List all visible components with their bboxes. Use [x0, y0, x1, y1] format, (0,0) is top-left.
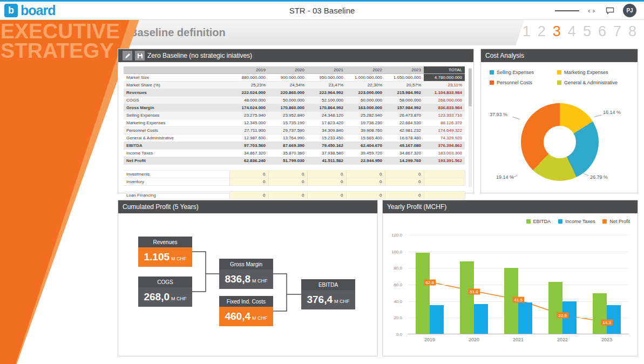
- value-cell[interactable]: 0: [268, 170, 307, 178]
- value-cell[interactable]: 0: [268, 191, 307, 199]
- row-label: Net Profit: [124, 157, 229, 164]
- flow-node-label: COGS: [138, 277, 192, 287]
- value-cell: 51.799.030: [268, 157, 307, 164]
- page-number-4[interactable]: 4: [568, 23, 576, 40]
- row-label: Personnel Costs: [124, 126, 229, 134]
- row-label: Selling Expenses: [124, 111, 229, 119]
- cost-analysis-header: Cost Analysis: [481, 49, 638, 62]
- value-cell[interactable]: 0: [346, 191, 385, 199]
- page-number-5[interactable]: 5: [583, 23, 591, 40]
- ebitda-bar[interactable]: [593, 293, 607, 334]
- y-axis: 0.020.040.060.080.0100.0120.0: [383, 235, 404, 334]
- legend-item-income-taxes: Income Taxes: [558, 219, 595, 224]
- value-cell: 34.867.320: [229, 149, 268, 157]
- value-cell: 24.348.120: [307, 111, 346, 119]
- total-column-header: TOTAL: [424, 66, 465, 73]
- x-axis-label: 2023: [585, 337, 629, 342]
- table-row-net-profit: Net Profit62.836.24051.799.03041.511.582…: [124, 157, 465, 164]
- value-cell: 39.459.720: [346, 149, 385, 157]
- income-taxes-bar[interactable]: [518, 302, 532, 334]
- legend-label: Net Profit: [609, 219, 630, 224]
- value-cell[interactable]: 0: [385, 170, 424, 178]
- value-cell: 48.000.000: [229, 96, 268, 104]
- legend-label: Personnel Costs: [497, 80, 532, 85]
- year-column-header: 2020: [268, 66, 307, 73]
- board-logo-icon: b: [4, 4, 18, 17]
- value-cell[interactable]: 0: [307, 170, 346, 178]
- page-title: Baseline definition: [130, 26, 226, 39]
- value-cell: 15.233.450: [307, 134, 346, 141]
- net-profit-point-label: 14.3: [601, 320, 613, 326]
- scrollbar-thumb[interactable]: [469, 69, 472, 106]
- menu-icon[interactable]: [555, 9, 579, 12]
- value-cell[interactable]: 0: [346, 170, 385, 178]
- income-taxes-bar[interactable]: [474, 304, 488, 334]
- baseline-table: 20192020202120222023TOTALMarket Size880.…: [124, 66, 465, 199]
- ebitda-bar[interactable]: [548, 282, 562, 334]
- legend-label: EBITDA: [533, 219, 551, 224]
- comment-icon[interactable]: [606, 7, 614, 15]
- value-cell: 37.938.580: [307, 149, 346, 157]
- page-number-1[interactable]: 1: [523, 23, 531, 40]
- legend-swatch: [557, 80, 561, 85]
- page-number-6[interactable]: 6: [598, 23, 606, 40]
- table-row-revenues: Revenues222.024.000220.860.000222.964.99…: [124, 89, 465, 96]
- history-nav-icons[interactable]: ‹›: [588, 6, 597, 15]
- total-cell: 174.649.322: [424, 126, 465, 134]
- value-cell: 62.836.240: [229, 157, 268, 164]
- value-cell: 163.000.000: [346, 104, 385, 111]
- page-number-3[interactable]: 3: [553, 23, 561, 40]
- yearly-profit-header: Yearly Profit (MCHF): [383, 200, 638, 213]
- table-scrollbar[interactable]: [469, 68, 472, 187]
- ebitda-bar[interactable]: [460, 261, 474, 334]
- value-cell: 15.735.190: [268, 119, 307, 126]
- table-row-income-taxes: Income Taxes34.867.32035.870.36037.938.5…: [124, 149, 465, 157]
- donut-callout: 37.93 %: [490, 112, 507, 117]
- value-cell: 1.000.000.000: [346, 73, 385, 81]
- table-row-selling-expenses: Selling Expenses23.275.94023.952.84024.3…: [124, 111, 465, 119]
- value-cell: 52.100.000: [307, 96, 346, 104]
- flow-node-unit: M CHF: [252, 315, 268, 321]
- value-cell[interactable]: 0: [385, 191, 424, 199]
- value-cell: 222.964.992: [307, 89, 346, 96]
- page-number-7[interactable]: 7: [613, 23, 621, 40]
- flow-node-number: 376,4: [307, 294, 333, 305]
- value-cell[interactable]: 0: [307, 178, 346, 185]
- total-cell: 4.780.000.000: [424, 73, 465, 81]
- value-cell[interactable]: 0: [229, 178, 268, 185]
- value-cell: 17.623.420: [307, 119, 346, 126]
- value-cell[interactable]: 0: [307, 191, 346, 199]
- income-taxes-bar[interactable]: [430, 305, 444, 334]
- value-cell[interactable]: 0: [229, 170, 268, 178]
- flow-node-label: EBITDA: [301, 279, 355, 290]
- save-icon[interactable]: [135, 51, 145, 60]
- donut-chart[interactable]: [521, 103, 599, 181]
- avatar[interactable]: PJ: [623, 4, 636, 17]
- value-cell[interactable]: 0: [229, 191, 268, 199]
- value-cell[interactable]: 0: [268, 178, 307, 185]
- edit-icon[interactable]: [123, 51, 132, 60]
- legend-item-selling-expenses: Selling Expenses: [490, 70, 557, 75]
- row-label: Income Taxes: [124, 149, 229, 157]
- legend-label: Income Taxes: [565, 219, 595, 224]
- value-cell: 15.665.400: [346, 134, 385, 141]
- flow-node-gross-margin: Gross Margin836,8M CHF: [219, 259, 273, 289]
- board-logo[interactable]: b board: [4, 4, 55, 17]
- ebitda-bar[interactable]: [416, 253, 430, 334]
- x-axis: 20192020202120222023: [408, 337, 629, 342]
- callout-leader-line: [512, 117, 520, 119]
- value-cell: 19.738.230: [346, 119, 385, 126]
- value-cell: 220.860.000: [268, 89, 307, 96]
- page-number-8[interactable]: 8: [628, 23, 636, 40]
- row-label-column-header: [124, 66, 229, 73]
- value-cell[interactable]: 0: [346, 178, 385, 185]
- table-row-loan-financing: Loan Financing00000: [124, 191, 465, 199]
- value-cell[interactable]: 0: [385, 178, 424, 185]
- legend-swatch: [526, 219, 531, 224]
- gridline: [408, 268, 629, 268]
- legend-label: General & Administrative: [564, 80, 618, 85]
- value-cell: 58.000.000: [385, 96, 424, 104]
- value-cell: 13.764.990: [268, 134, 307, 141]
- page-number-2[interactable]: 2: [538, 23, 546, 40]
- gridline: [408, 252, 629, 252]
